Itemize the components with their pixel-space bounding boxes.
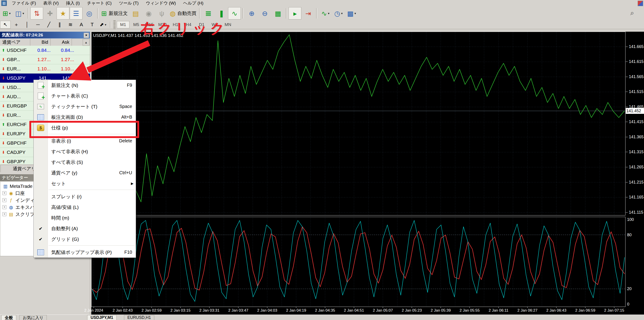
new-chart-button[interactable]: ⊞▾ xyxy=(0,7,13,20)
chart-window-icon xyxy=(38,93,44,99)
menubar-item-6[interactable]: ウィンドウ (W) xyxy=(142,0,180,7)
community-icon: ◉ xyxy=(146,10,152,18)
market-watch-row-USDCHF[interactable]: ⬆USDCHF0.84...0.84... xyxy=(0,46,90,55)
expand-plus-icon[interactable]: + xyxy=(2,191,6,195)
fibonacci-button[interactable]: ≋ xyxy=(65,21,76,29)
periods-icon: ◷ xyxy=(334,10,340,18)
context-menu-item[interactable]: 時間 (m) xyxy=(34,213,136,223)
column-header-ask[interactable]: Ask xyxy=(50,39,72,46)
scroll-up-icon[interactable]: ▲ xyxy=(83,39,90,46)
context-menu-item[interactable]: チャート表示 (C) xyxy=(34,91,136,101)
cursor-button[interactable]: ↖ xyxy=(0,21,10,29)
channel-button[interactable]: ∥ xyxy=(54,21,65,29)
arrows-button[interactable]: ⬈▾ xyxy=(98,21,108,29)
zoom-in-button[interactable]: ⊕ xyxy=(245,7,258,20)
profiles-button[interactable]: ◫▾ xyxy=(13,7,26,20)
chevron-down-icon: ▾ xyxy=(341,12,343,15)
horizontal-line-button[interactable]: ─ xyxy=(33,21,43,29)
context-menu-item[interactable]: 気配値ポップアップ表示 (P)F10 xyxy=(34,247,136,258)
templates-button[interactable]: ▩▾ xyxy=(345,7,358,20)
strategy-tester-button[interactable]: ◎ xyxy=(83,7,96,20)
data-window-button[interactable]: ✚ xyxy=(44,7,56,20)
tab-お気に入り[interactable]: お気に入り xyxy=(20,315,47,320)
indicators-button[interactable]: ∿▾ xyxy=(319,7,332,20)
symbol-name: EURCHF xyxy=(7,122,30,127)
signals-button[interactable]: ψ xyxy=(156,7,168,20)
context-menu-item[interactable]: セット▶ xyxy=(34,178,136,189)
close-icon[interactable]: × xyxy=(84,33,89,38)
market-watch-toggle-button[interactable]: ⇅ xyxy=(30,7,43,20)
text-label-button[interactable]: T xyxy=(87,21,97,29)
chart-canvas[interactable] xyxy=(91,32,644,314)
time-axis-label: 2 Jan 03:15 xyxy=(167,308,194,313)
trendline-button[interactable]: ╱ xyxy=(44,21,54,29)
metaeditor-button[interactable]: ▤ xyxy=(129,7,142,20)
auto-trading-button[interactable]: ◍自動売買 xyxy=(168,7,198,20)
text-icon: A xyxy=(80,22,83,28)
accounts-icon: ◉ xyxy=(8,191,14,196)
context-menu-item[interactable]: すべて表示 (S) xyxy=(34,157,136,168)
expand-plus-icon[interactable]: + xyxy=(2,212,6,216)
context-menu-item[interactable]: スプレッド (r) xyxy=(34,191,136,202)
menubar-item-3[interactable]: 挿入 (I) xyxy=(62,0,83,7)
context-menu-item[interactable]: 新規注文 (N)F9 xyxy=(34,80,136,91)
market-watch-row-EUR[interactable]: ⬇EUR...1.10...1.10... xyxy=(0,64,90,74)
context-menu-item[interactable]: 通貨ペア (y)Ctrl+U xyxy=(34,168,136,178)
time-axis-label: 2 Jan 04:35 xyxy=(312,308,338,313)
auto-scroll-icon: ▸ xyxy=(294,10,297,18)
column-header-通貨ペア[interactable]: 通貨ペア xyxy=(0,39,30,46)
crosshair-button[interactable]: ＋ xyxy=(11,21,22,29)
vertical-line-button[interactable]: │ xyxy=(22,21,32,29)
chart-tab-EURUSDH1[interactable]: EURUSD,H1 xyxy=(124,315,154,320)
tile-windows-button[interactable]: ▦ xyxy=(272,7,284,20)
navigator-toggle-button[interactable]: ★ xyxy=(57,7,69,20)
column-header-bid[interactable]: Bid xyxy=(30,39,50,46)
expand-plus-icon[interactable]: + xyxy=(2,198,6,202)
chart-window[interactable]: USDJPY,M1 141.437 141.453 141.436 141.45… xyxy=(91,32,644,314)
auto-scroll-button[interactable]: ▸ xyxy=(289,7,301,20)
menu-item-label: すべて表示 (S) xyxy=(51,159,83,166)
auto-trading-icon: ◍ xyxy=(170,10,176,18)
arrow-up-icon: ⬆ xyxy=(0,48,7,53)
channel-icon: ∥ xyxy=(58,22,61,28)
symbol-name: USDJPY xyxy=(7,75,30,81)
menubar-item-1[interactable]: ファイル (F) xyxy=(8,0,40,7)
tab-全般[interactable]: 全般 xyxy=(1,315,16,320)
menu-item-label: 高値/安値 (L) xyxy=(51,204,78,211)
indicator-axis-label: 0 xyxy=(627,302,629,307)
candlestick-button[interactable]: ❚ xyxy=(215,7,228,20)
zoom-out-button[interactable]: ⊖ xyxy=(258,7,271,20)
context-menu-item[interactable]: ∿ティックチャート (T)Space xyxy=(34,101,136,112)
signals-icon: ψ xyxy=(159,10,164,17)
context-menu-item[interactable]: ✔自動整列 (A) xyxy=(34,223,136,234)
menubar-item-4[interactable]: チャート (C) xyxy=(83,0,115,7)
arrow-down-icon: ⬇ xyxy=(0,104,7,108)
search-icon[interactable]: ⌕ xyxy=(630,9,634,17)
context-menu-item[interactable]: ✔グリッド (G) xyxy=(34,234,136,244)
chart-shift-icon: ⇥ xyxy=(306,10,311,18)
market-watch-row-GBP[interactable]: ⬇GBP...1.27...1.27... xyxy=(0,55,90,64)
menu-item-label: チャート表示 (C) xyxy=(51,93,88,99)
timeframe-m1[interactable]: M1 xyxy=(117,21,130,28)
text-button[interactable]: A xyxy=(76,21,86,29)
new-order-button[interactable]: ⊞新規注文 xyxy=(100,7,129,20)
time-axis-label: 2 Jan 07:15 xyxy=(601,308,628,313)
periods-button[interactable]: ◷▾ xyxy=(332,7,345,20)
menubar-item-7[interactable]: ヘルプ (H) xyxy=(180,0,207,7)
context-menu-item[interactable]: 高値/安値 (L) xyxy=(34,202,136,213)
annotation-text: 右クリック xyxy=(140,19,228,38)
menubar-item-2[interactable]: 表示 (V) xyxy=(40,0,62,7)
expand-plus-icon[interactable]: + xyxy=(2,205,6,209)
bar-chart-button[interactable]: 𝌆 xyxy=(202,7,214,20)
chart-tab-USDJPYM1[interactable]: USDJPY,M1 xyxy=(87,315,116,320)
community-button[interactable]: ◉ xyxy=(142,7,155,20)
toolbar-separator xyxy=(28,8,29,19)
chevron-down-icon: ▾ xyxy=(354,12,356,15)
menu-item-label: すべて非表示 (H) xyxy=(51,148,88,155)
context-menu-item[interactable]: すべて非表示 (H) xyxy=(34,146,136,157)
chart-shift-button[interactable]: ⇥ xyxy=(302,7,314,20)
terminal-toggle-button[interactable]: ☰ xyxy=(70,7,82,20)
menubar-item-5[interactable]: ツール (T) xyxy=(115,0,142,7)
line-chart-button[interactable]: ∿ xyxy=(228,7,241,20)
price-axis-label: 141.265 xyxy=(629,165,643,170)
